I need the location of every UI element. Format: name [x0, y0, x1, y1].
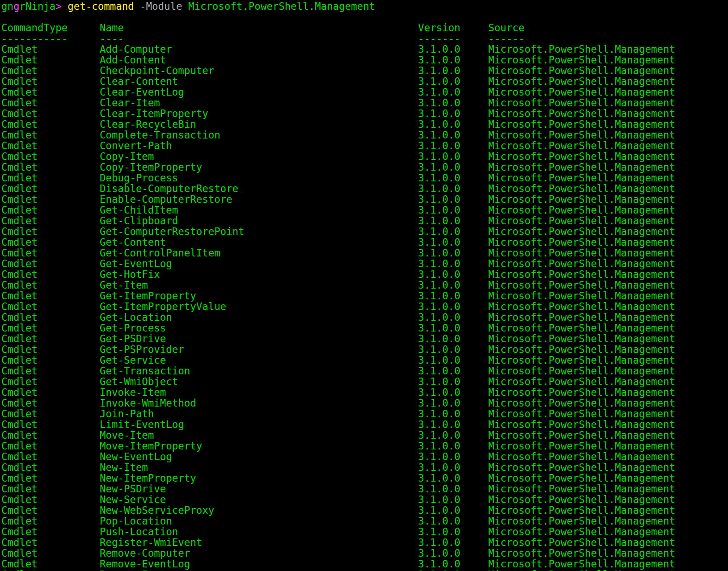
cell-commandtype: Cmdlet [1, 269, 100, 280]
cell-source: Microsoft.PowerShell.Management [488, 526, 675, 537]
cell-source: Microsoft.PowerShell.Management [488, 483, 675, 494]
cell-commandtype: Cmdlet [1, 333, 100, 344]
cell-source: Microsoft.PowerShell.Management [488, 462, 675, 473]
command-argument: Microsoft.PowerShell.Management [188, 0, 375, 12]
cell-name: Pop-Location [100, 516, 418, 526]
cell-source: Microsoft.PowerShell.Management [488, 430, 675, 441]
cell-name: Get-Clipboard [100, 215, 418, 226]
command-parameter: -Module [140, 0, 182, 12]
cell-version: 3.1.0.0 [418, 441, 488, 451]
cell-source: Microsoft.PowerShell.Management [488, 108, 675, 119]
cell-name: Get-Transaction [100, 365, 418, 376]
cell-version: 3.1.0.0 [418, 108, 488, 119]
cell-version: 3.1.0.0 [418, 172, 488, 183]
cell-source: Microsoft.PowerShell.Management [488, 140, 675, 151]
cell-version: 3.1.0.0 [418, 194, 488, 205]
cell-source: Microsoft.PowerShell.Management [488, 494, 675, 505]
cell-name: Get-ItemProperty [100, 290, 418, 301]
table-row: CmdletConvert-Path3.1.0.0Microsoft.Power… [1, 140, 728, 151]
cell-commandtype: Cmdlet [1, 344, 100, 355]
cell-source: Microsoft.PowerShell.Management [488, 44, 675, 55]
table-row: CmdletNew-Service3.1.0.0Microsoft.PowerS… [1, 494, 728, 505]
cell-version: 3.1.0.0 [418, 344, 488, 355]
table-row: CmdletCopy-Item3.1.0.0Microsoft.PowerShe… [1, 151, 728, 162]
cell-source: Microsoft.PowerShell.Management [488, 183, 675, 194]
cell-commandtype: Cmdlet [1, 569, 100, 571]
cell-name: Remove-Item [100, 569, 418, 571]
cell-name: Clear-Item [100, 97, 418, 108]
table-row: CmdletGet-ComputerRestorePoint3.1.0.0Mic… [1, 226, 728, 237]
cell-commandtype: Cmdlet [1, 312, 100, 323]
cell-version: 3.1.0.0 [418, 494, 488, 505]
table-row: CmdletClear-Content3.1.0.0Microsoft.Powe… [1, 76, 728, 87]
cell-version: 3.1.0.0 [418, 333, 488, 344]
table-row: CmdletInvoke-Item3.1.0.0Microsoft.PowerS… [1, 387, 728, 398]
cell-version: 3.1.0.0 [418, 537, 488, 548]
cell-source: Microsoft.PowerShell.Management [488, 505, 675, 516]
cell-version: 3.1.0.0 [418, 55, 488, 65]
cell-version: 3.1.0.0 [418, 87, 488, 97]
cell-commandtype: Cmdlet [1, 505, 100, 516]
prompt-text: gn [1, 0, 13, 12]
cell-source: Microsoft.PowerShell.Management [488, 355, 675, 365]
cell-name: Get-HotFix [100, 269, 418, 280]
table-row: CmdletNew-ItemProperty3.1.0.0Microsoft.P… [1, 473, 728, 483]
table-row: CmdletPush-Location3.1.0.0Microsoft.Powe… [1, 526, 728, 537]
cell-commandtype: Cmdlet [1, 97, 100, 108]
table-row: CmdletGet-HotFix3.1.0.0Microsoft.PowerSh… [1, 269, 728, 280]
table-row: CmdletClear-Item3.1.0.0Microsoft.PowerSh… [1, 97, 728, 108]
cell-version: 3.1.0.0 [418, 226, 488, 237]
cell-commandtype: Cmdlet [1, 451, 100, 462]
table-row: CmdletDisable-ComputerRestore3.1.0.0Micr… [1, 183, 728, 194]
cell-name: Checkpoint-Computer [100, 65, 418, 76]
cell-commandtype: Cmdlet [1, 441, 100, 451]
cell-name: Get-Content [100, 237, 418, 248]
cell-version: 3.1.0.0 [418, 473, 488, 483]
cell-version: 3.1.0.0 [418, 130, 488, 140]
cell-name: Limit-EventLog [100, 419, 418, 430]
cell-name: Debug-Process [100, 172, 418, 183]
cell-version: 3.1.0.0 [418, 526, 488, 537]
cell-commandtype: Cmdlet [1, 248, 100, 258]
prompt-text-accent: g [13, 0, 19, 12]
cell-source: Microsoft.PowerShell.Management [488, 419, 675, 430]
cell-name: New-ItemProperty [100, 473, 418, 483]
cell-version: 3.1.0.0 [418, 183, 488, 194]
cell-version: 3.1.0.0 [418, 97, 488, 108]
cell-version: 3.1.0.0 [418, 408, 488, 419]
cell-commandtype: Cmdlet [1, 237, 100, 248]
cell-commandtype: Cmdlet [1, 205, 100, 215]
underline-commandtype: ----------- [1, 33, 100, 44]
cell-commandtype: Cmdlet [1, 55, 100, 65]
cell-name: New-WebServiceProxy [100, 505, 418, 516]
cell-name: Move-ItemProperty [100, 441, 418, 451]
cell-source: Microsoft.PowerShell.Management [488, 172, 675, 183]
cell-name: Remove-Computer [100, 548, 418, 558]
cell-name: Add-Computer [100, 44, 418, 55]
cell-version: 3.1.0.0 [418, 290, 488, 301]
cell-source: Microsoft.PowerShell.Management [488, 87, 675, 97]
cell-version: 3.1.0.0 [418, 140, 488, 151]
table-row: CmdletGet-EventLog3.1.0.0Microsoft.Power… [1, 258, 728, 269]
cell-name: Invoke-Item [100, 387, 418, 398]
prompt-caret: > [55, 0, 61, 12]
cell-source: Microsoft.PowerShell.Management [488, 162, 675, 172]
table-row: CmdletGet-Location3.1.0.0Microsoft.Power… [1, 312, 728, 323]
cell-source: Microsoft.PowerShell.Management [488, 323, 675, 333]
cell-commandtype: Cmdlet [1, 398, 100, 408]
cell-source: Microsoft.PowerShell.Management [488, 451, 675, 462]
cell-commandtype: Cmdlet [1, 419, 100, 430]
cell-source: Microsoft.PowerShell.Management [488, 376, 675, 387]
table-row: CmdletGet-PSProvider3.1.0.0Microsoft.Pow… [1, 344, 728, 355]
cell-commandtype: Cmdlet [1, 430, 100, 441]
cell-source: Microsoft.PowerShell.Management [488, 569, 675, 571]
cell-source: Microsoft.PowerShell.Management [488, 473, 675, 483]
table-row: CmdletGet-Content3.1.0.0Microsoft.PowerS… [1, 237, 728, 248]
table-row: CmdletGet-Clipboard3.1.0.0Microsoft.Powe… [1, 215, 728, 226]
table-row: CmdletEnable-ComputerRestore3.1.0.0Micro… [1, 194, 728, 205]
table-row: CmdletCopy-ItemProperty3.1.0.0Microsoft.… [1, 162, 728, 172]
cell-commandtype: Cmdlet [1, 119, 100, 130]
cell-commandtype: Cmdlet [1, 108, 100, 119]
command-name: get-command [68, 0, 134, 12]
table-row: CmdletInvoke-WmiMethod3.1.0.0Microsoft.P… [1, 398, 728, 408]
